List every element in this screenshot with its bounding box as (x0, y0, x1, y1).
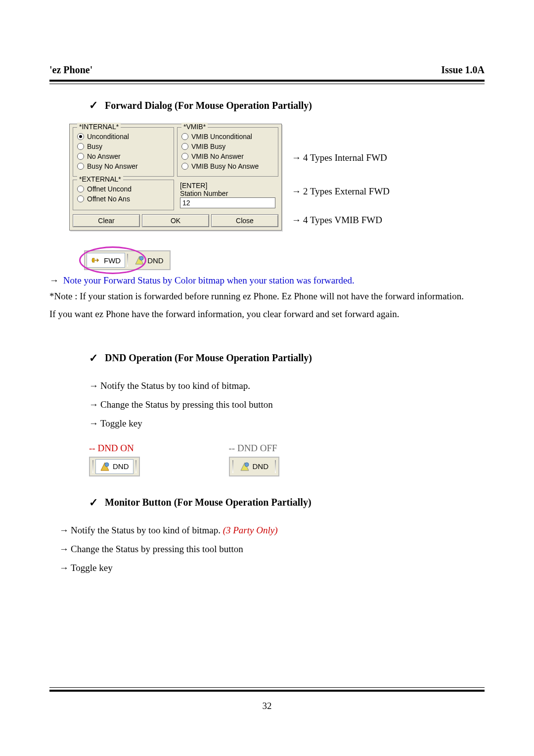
toolbar-divider (92, 460, 93, 473)
fieldset-external: *EXTERNAL* Offnet Uncond Offnet No Ans (73, 180, 174, 210)
dnd-off-button[interactable]: DND (235, 459, 273, 474)
radio-icon (77, 143, 84, 150)
arrow-icon (59, 525, 71, 535)
radio-icon (181, 133, 188, 140)
dnd-on-button[interactable]: DND (95, 459, 134, 474)
fwd-label: FWD (104, 256, 121, 265)
radio-unconditional[interactable]: Unconditional (77, 133, 170, 141)
radio-icon (77, 195, 84, 202)
page: 'ez Phone' Issue 1.0A Forward Dialog (Fo… (0, 0, 534, 756)
radio-busy[interactable]: Busy (77, 142, 170, 150)
arrow-icon (59, 563, 71, 573)
dnd-on-toolbar: DND (89, 457, 140, 476)
section-title: Forward Dialog (For Mouse Operation Part… (105, 100, 312, 111)
arrow-icon (59, 544, 71, 554)
dnd-on-label: -- DND ON (89, 443, 140, 454)
radio-icon (181, 153, 188, 160)
ok-button[interactable]: OK (142, 214, 209, 227)
toolbar-divider (127, 254, 128, 267)
radio-no-answer[interactable]: No Answer (77, 152, 170, 160)
radio-icon (181, 143, 188, 150)
check-icon (89, 496, 98, 509)
dnd-label: DND (147, 256, 164, 265)
toolbar-wrapper: FWD DND (84, 250, 222, 270)
monitor-bullets: Notify the Status by too kind of bitmap.… (59, 521, 485, 577)
dnd-bell-icon (240, 462, 250, 472)
close-button[interactable]: Close (211, 214, 278, 227)
dnd-button[interactable]: DND (130, 253, 168, 268)
arrow-icon (292, 152, 303, 163)
dnd-compare-row: -- DND ON DND -- DND OFF (89, 443, 485, 476)
radio-offnet-no-ans[interactable]: Offnet No Ans (77, 195, 170, 203)
station-number-input[interactable]: 12 (180, 197, 275, 208)
toolbar-divider (232, 460, 233, 473)
legend-external: *EXTERNAL* (77, 175, 123, 183)
radio-icon (77, 163, 84, 170)
svg-point-3 (105, 463, 109, 467)
dnd-off-toolbar: DND (229, 457, 280, 476)
forward-arrow-icon (91, 255, 101, 265)
fieldset-internal: *INTERNAL* Unconditional Busy No Answer … (73, 127, 174, 177)
enter-group: [ENTER] Station Number 12 (177, 180, 278, 210)
svg-point-1 (139, 256, 143, 260)
radio-vmib-no-answer[interactable]: VMIB No Answer (181, 152, 274, 160)
dnd-bell-icon (134, 255, 144, 265)
radio-icon (181, 163, 188, 170)
page-number: 32 (0, 701, 534, 711)
legend-internal: *INTERNAL* (77, 123, 121, 131)
header-rule (49, 80, 485, 84)
dnd-off-label: -- DND OFF (229, 443, 280, 454)
radio-icon (77, 153, 84, 160)
radio-vmib-unconditional[interactable]: VMIB Unconditional (181, 133, 274, 141)
dnd-label: DND (113, 462, 129, 471)
station-number-label: Station Number (180, 189, 275, 197)
radio-vmib-busy[interactable]: VMIB Busy (181, 142, 274, 150)
dnd-off-block: -- DND OFF DND (229, 443, 280, 476)
dnd-bullets: Notify the Status by too kind of bitmap.… (89, 377, 485, 433)
section-title: Monitor Button (For Mouse Operation Part… (105, 497, 312, 508)
fieldset-vmib: *VMIB* VMIB Unconditional VMIB Busy VMIB… (177, 127, 278, 177)
arrow-icon (89, 380, 100, 391)
clear-button[interactable]: Clear (73, 214, 140, 227)
arrow-icon (89, 418, 100, 428)
header-right: Issue 1.0A (441, 64, 485, 76)
radio-vmib-busy-no-answer[interactable]: VMIB Busy No Answe (181, 162, 274, 170)
arrow-icon (292, 186, 303, 196)
forward-dialog: *INTERNAL* Unconditional Busy No Answer … (69, 124, 282, 231)
radio-offnet-uncond[interactable]: Offnet Uncond (77, 185, 170, 193)
section-heading-forward: Forward Dialog (For Mouse Operation Part… (89, 99, 485, 112)
blue-note: Note your Forward Status by Color bitmap… (49, 275, 485, 286)
page-header: 'ez Phone' Issue 1.0A (49, 64, 485, 76)
arrow-icon (292, 215, 303, 225)
toolbar-divider (135, 460, 136, 473)
dnd-bell-icon (100, 462, 110, 472)
note-line-1: *Note : If your station is forwarded bef… (49, 289, 485, 304)
dnd-label: DND (253, 462, 269, 471)
fwd-button[interactable]: FWD (87, 253, 125, 268)
enter-label: [ENTER] (180, 182, 275, 189)
svg-point-5 (245, 463, 249, 467)
forward-dialog-row: *INTERNAL* Unconditional Busy No Answer … (69, 124, 485, 231)
radio-busy-no-answer[interactable]: Busy No Answer (77, 162, 170, 170)
section-heading-dnd: DND Operation (For Mouse Operation Parti… (89, 352, 485, 365)
section-heading-monitor: Monitor Button (For Mouse Operation Part… (89, 496, 485, 509)
check-icon (89, 99, 98, 112)
footer-rule (49, 687, 485, 692)
arrow-icon (89, 399, 100, 410)
radio-icon (77, 133, 84, 140)
dnd-on-block: -- DND ON DND (89, 443, 140, 476)
note-line-2: If you want ez Phone have the forward in… (49, 307, 485, 322)
toolbar-divider (275, 460, 276, 473)
fwd-dnd-toolbar: FWD DND (84, 250, 171, 270)
header-left: 'ez Phone' (49, 64, 92, 76)
party-only-note: (3 Party Only) (223, 525, 278, 535)
legend-vmib: *VMIB* (181, 123, 208, 131)
check-icon (89, 352, 98, 365)
forward-annotations: 4 Types Internal FWD 2 Types External FW… (292, 124, 390, 230)
section-title: DND Operation (For Mouse Operation Parti… (105, 352, 312, 364)
radio-icon (77, 186, 84, 192)
arrow-icon (49, 275, 61, 285)
